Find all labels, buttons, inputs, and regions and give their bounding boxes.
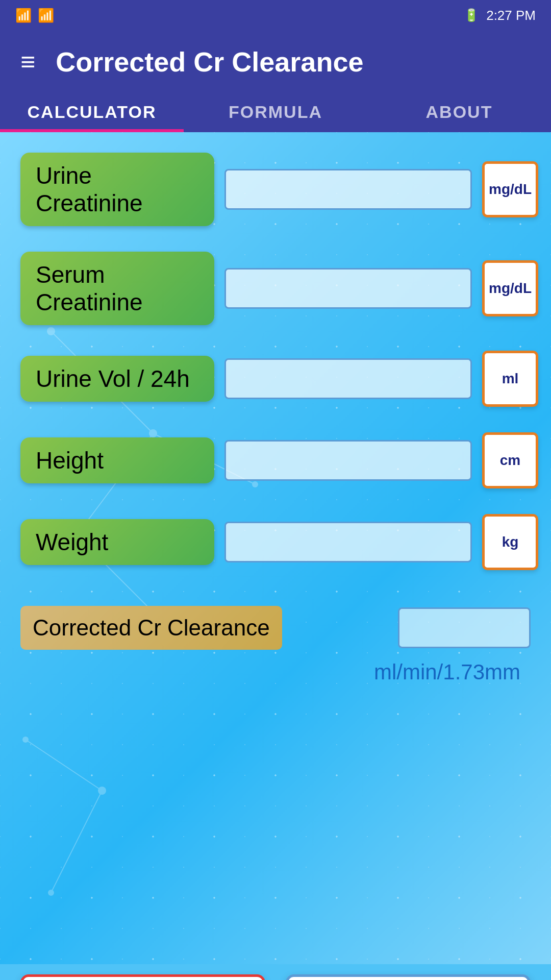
clock: 2:27 PM (486, 8, 536, 23)
signal-icon-2: 📶 (38, 8, 54, 23)
height-label: Height (20, 437, 214, 483)
tab-formula[interactable]: FORMULA (184, 88, 367, 132)
serum-creatinine-input[interactable] (224, 268, 472, 309)
tab-calculator[interactable]: CALCULATOR (0, 88, 184, 132)
tab-about[interactable]: ABOUT (367, 88, 551, 132)
height-input[interactable] (224, 440, 472, 481)
urine-creatinine-unit[interactable]: mg/dL (482, 161, 538, 217)
form-content: Urine Creatinine mg/dL Serum Creatinine … (0, 132, 551, 715)
action-buttons: CALCULATE CLEAR (0, 964, 551, 980)
urine-creatinine-row: Urine Creatinine mg/dL (20, 153, 531, 226)
serum-creatinine-unit[interactable]: mg/dL (482, 260, 538, 316)
calculate-button[interactable]: CALCULATE (20, 974, 265, 980)
urine-vol-unit[interactable]: ml (482, 351, 538, 407)
clear-button[interactable]: CLEAR (286, 974, 531, 980)
height-row: Height cm (20, 432, 531, 488)
result-label: Corrected Cr Clearance (20, 606, 282, 650)
hamburger-menu-icon[interactable]: ≡ (20, 49, 35, 75)
status-bar: 📶 📶 🔋 2:27 PM (0, 0, 551, 31)
urine-vol-row: Urine Vol / 24h ml (20, 351, 531, 407)
tab-bar: CALCULATOR FORMULA ABOUT (0, 88, 551, 132)
urine-creatinine-input[interactable] (224, 169, 472, 210)
main-content: Urine Creatinine mg/dL Serum Creatinine … (0, 132, 551, 964)
app-header: ≡ Corrected Cr Clearance (0, 31, 551, 88)
weight-row: Weight kg (20, 514, 531, 570)
svg-line-3 (26, 740, 102, 791)
result-unit: ml/min/1.73mm (20, 660, 531, 684)
weight-input[interactable] (224, 522, 472, 562)
serum-creatinine-label: Serum Creatinine (20, 252, 214, 325)
urine-vol-input[interactable] (224, 358, 472, 399)
battery-icon: 🔋 (464, 8, 479, 22)
app-title: Corrected Cr Clearance (56, 46, 363, 78)
svg-point-10 (22, 737, 29, 743)
status-right: 🔋 2:27 PM (464, 8, 536, 23)
svg-point-12 (48, 890, 54, 896)
svg-line-4 (51, 791, 102, 893)
result-row: Corrected Cr Clearance (20, 606, 531, 650)
urine-creatinine-label: Urine Creatinine (20, 153, 214, 226)
height-unit[interactable]: cm (482, 432, 538, 488)
signal-icon-1: 📶 (15, 8, 32, 23)
signal-indicators: 📶 📶 (15, 8, 54, 23)
weight-label: Weight (20, 519, 214, 565)
urine-vol-label: Urine Vol / 24h (20, 356, 214, 402)
weight-unit[interactable]: kg (482, 514, 538, 570)
result-input (398, 607, 531, 648)
serum-creatinine-row: Serum Creatinine mg/dL (20, 252, 531, 325)
svg-point-11 (98, 787, 106, 795)
